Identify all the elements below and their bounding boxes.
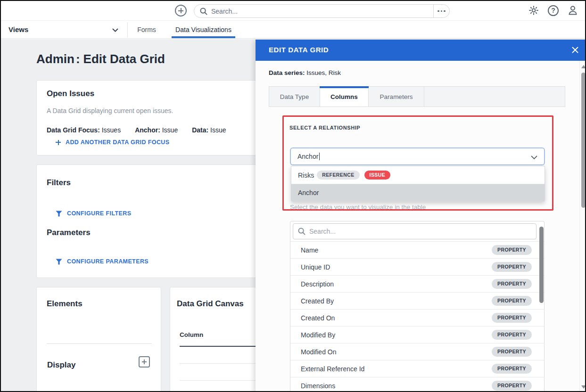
views-dropdown[interactable]: Views <box>8 21 28 38</box>
elements-title: Elements <box>47 299 83 309</box>
card-title: Open Issues <box>47 89 94 98</box>
display-label: Display <box>47 360 75 370</box>
list-item[interactable]: Created OnPROPERTY <box>290 309 544 326</box>
select-data-helper-text: Select the data you want to visualize in… <box>290 204 426 211</box>
add-icon[interactable] <box>175 5 187 16</box>
search-icon <box>200 8 207 15</box>
list-search <box>293 223 536 239</box>
canvas-title: Data Grid Canvas <box>177 299 244 309</box>
global-search <box>194 4 450 18</box>
panel-title: EDIT DATA GRID <box>269 46 329 54</box>
property-badge: PROPERTY <box>492 330 532 340</box>
scroll-down-icon[interactable] <box>581 385 586 389</box>
list-item[interactable]: DescriptionPROPERTY <box>290 275 544 292</box>
tab-data-visualizations[interactable]: Data Visualizations <box>172 21 235 38</box>
search-icon <box>298 228 305 235</box>
tab-columns[interactable]: Columns <box>320 87 369 106</box>
list-search-input[interactable] <box>309 228 531 235</box>
configure-filters-button[interactable]: CONFIGURE FILTERS <box>56 210 131 217</box>
close-icon[interactable] <box>571 46 579 54</box>
tab-data-type[interactable]: Data Type <box>269 87 320 106</box>
divider <box>47 343 152 344</box>
parameters-title: Parameters <box>47 228 91 237</box>
list-item[interactable]: External Reference IdPROPERTY <box>290 360 544 377</box>
open-issues-card: Open Issues A Data Grid displaying curre… <box>36 80 272 155</box>
list-item[interactable]: Created ByPROPERTY <box>290 292 544 309</box>
tab-forms[interactable]: Forms <box>132 21 161 38</box>
add-display-element-button[interactable] <box>139 356 150 368</box>
nav-divider <box>127 22 128 37</box>
elements-card: Elements Display <box>36 287 161 392</box>
property-rows: NamePROPERTY Unique IDPROPERTY Descripti… <box>290 241 544 392</box>
filters-title: Filters <box>47 178 71 188</box>
help-icon[interactable]: ? <box>548 5 559 16</box>
panel-scrollbar <box>579 61 586 392</box>
filter-icon <box>56 259 62 265</box>
edit-data-grid-panel: EDIT DATA GRID Data series: Issues, Risk… <box>256 40 586 392</box>
list-item[interactable]: Unique IDPROPERTY <box>290 258 544 275</box>
list-item[interactable]: Modified ByPROPERTY <box>290 326 544 343</box>
search-input[interactable] <box>211 8 449 15</box>
user-icon[interactable] <box>567 5 578 16</box>
app-window: ? Views Forms Data Visualizations Admin: <box>0 0 586 392</box>
data-selection-list: NamePROPERTY Unique IDPROPERTY Descripti… <box>290 221 545 392</box>
chevron-down-icon <box>112 28 118 32</box>
issue-badge: ISSUE <box>364 171 391 180</box>
relationship-dropdown: Risks REFERENCE ISSUE Anchor <box>291 166 545 202</box>
data-series: Data series: Issues, Risk <box>269 69 341 76</box>
property-badge: PROPERTY <box>492 381 532 391</box>
column-header: Column <box>180 331 203 338</box>
list-item[interactable]: Modified OnPROPERTY <box>290 343 544 360</box>
view-nav-bar: Views Forms Data Visualizations <box>1 21 585 39</box>
gear-icon[interactable] <box>528 5 539 16</box>
data-grid-facts: Data Grid Focus: Issues Anchor: Issue Da… <box>47 126 226 134</box>
list-item[interactable]: NamePROPERTY <box>290 241 544 258</box>
tab-parameters[interactable]: Parameters <box>369 87 424 106</box>
relationship-input[interactable]: Anchor <box>290 147 545 165</box>
dropdown-option-risks[interactable]: Risks REFERENCE ISSUE <box>291 166 545 184</box>
property-badge: PROPERTY <box>492 279 532 289</box>
text-caret <box>319 153 320 160</box>
configure-parameters-button[interactable]: CONFIGURE PARAMETERS <box>56 258 149 265</box>
top-bar: ? <box>1 1 585 21</box>
filter-icon <box>56 211 62 217</box>
panel-header: EDIT DATA GRID <box>256 40 586 61</box>
page-title: Admin:Edit Data Grid <box>36 52 165 66</box>
reference-badge: REFERENCE <box>317 171 359 180</box>
dropdown-option-anchor[interactable]: Anchor <box>291 184 545 201</box>
property-badge: PROPERTY <box>492 364 532 374</box>
panel-tabs: Data Type Columns Parameters <box>269 86 565 107</box>
property-badge: PROPERTY <box>492 313 532 323</box>
more-options-icon[interactable] <box>433 5 449 17</box>
filters-card: Filters CONFIGURE FILTERS Parameters CON… <box>36 164 272 278</box>
add-data-grid-focus-button[interactable]: ADD ANOTHER DATA GRID FOCUS <box>56 139 170 146</box>
property-badge: PROPERTY <box>492 245 532 255</box>
property-badge: PROPERTY <box>492 296 532 306</box>
list-item[interactable]: DimensionsPROPERTY <box>290 377 544 392</box>
views-label: Views <box>8 25 28 33</box>
list-scrollbar-thumb[interactable] <box>539 227 544 303</box>
chevron-down-icon[interactable] <box>531 155 537 160</box>
scroll-up-icon[interactable] <box>581 65 586 68</box>
plus-icon <box>56 140 61 145</box>
card-description: A Data Grid displaying current open issu… <box>47 107 173 114</box>
property-badge: PROPERTY <box>492 262 532 272</box>
property-badge: PROPERTY <box>492 347 532 357</box>
panel-scrollbar-thumb[interactable] <box>581 73 586 208</box>
select-relationship-label: SELECT A RELATIONSHIP <box>289 125 360 131</box>
topbar-icons: ? <box>528 5 578 16</box>
